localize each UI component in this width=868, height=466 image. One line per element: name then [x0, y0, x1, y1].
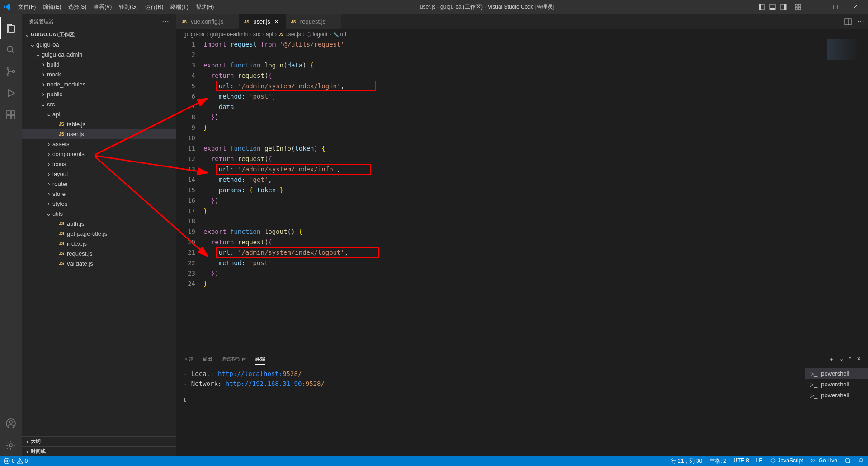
- menu-item[interactable]: 编辑(E): [39, 1, 65, 13]
- breadcrumb[interactable]: guigu-oa›guigu-oa-admin›src›api›JSuser.j…: [176, 29, 868, 39]
- panel-tab[interactable]: 问题: [184, 354, 193, 365]
- toggle-panel-right-icon[interactable]: [778, 2, 788, 12]
- breadcrumb-item[interactable]: url: [340, 31, 346, 38]
- tab-label: request.js: [300, 18, 326, 25]
- terminal-instance[interactable]: ▷_powershell: [805, 390, 868, 400]
- minimap[interactable]: [827, 39, 868, 352]
- svg-rect-1: [759, 4, 761, 10]
- folder-item[interactable]: ›assets: [22, 139, 176, 149]
- panel-tab[interactable]: 终端: [255, 354, 265, 365]
- close-tab-icon[interactable]: ✕: [273, 18, 280, 25]
- editor-tab[interactable]: JSuser.js✕: [239, 14, 286, 29]
- menu-item[interactable]: 转到(G): [115, 1, 141, 13]
- toggle-panel-bottom-icon[interactable]: [768, 2, 778, 12]
- js-file-icon: JS: [58, 240, 65, 247]
- new-terminal-icon[interactable]: ＋: [829, 356, 834, 363]
- breadcrumb-item[interactable]: user.js: [285, 31, 301, 38]
- breadcrumb-item[interactable]: logout: [313, 31, 328, 38]
- customize-layout-icon[interactable]: [793, 2, 803, 12]
- tree-item-label: request.js: [67, 250, 92, 257]
- editor-tab[interactable]: JSrequest.js✕: [286, 14, 341, 29]
- folder-item[interactable]: ›public: [22, 89, 176, 99]
- toggle-panel-left-icon[interactable]: [757, 2, 767, 12]
- menu-item[interactable]: 帮助(H): [192, 1, 218, 13]
- panel-tab[interactable]: 调试控制台: [222, 354, 246, 365]
- file-item[interactable]: JSuser.js: [22, 129, 176, 139]
- tree-item-label: guigu-oa-admin: [42, 51, 82, 58]
- folder-item[interactable]: ›icons: [22, 159, 176, 169]
- maximize-panel-icon[interactable]: ^: [849, 356, 851, 363]
- breadcrumb-item[interactable]: src: [253, 31, 260, 38]
- folder-item[interactable]: ⌄guigu-oa-admin: [22, 49, 176, 59]
- file-item[interactable]: JStable.js: [22, 119, 176, 129]
- breadcrumb-item[interactable]: guigu-oa-admin: [210, 31, 248, 38]
- menu-item[interactable]: 终端(T): [167, 1, 192, 13]
- folder-item[interactable]: ⌄guigu-oa: [22, 39, 176, 49]
- file-item[interactable]: JSget-page-title.js: [22, 228, 176, 238]
- folder-item[interactable]: ›mock: [22, 69, 176, 79]
- more-actions-icon[interactable]: ⋯: [162, 17, 169, 26]
- explorer-icon[interactable]: [0, 17, 22, 39]
- panel-tab[interactable]: 输出: [203, 354, 212, 365]
- indentation[interactable]: 空格: 2: [706, 457, 730, 465]
- notifications-icon[interactable]: [854, 457, 868, 464]
- workspace-root[interactable]: ⌄ GUIGU-OA (工作区): [22, 29, 176, 39]
- more-actions-icon[interactable]: ⋯: [857, 17, 864, 26]
- code-editor[interactable]: 123456789101112131415161718192021222324 …: [176, 39, 868, 352]
- menu-item[interactable]: 选择(S): [65, 1, 90, 13]
- svg-point-21: [9, 421, 12, 423]
- folder-item[interactable]: ›styles: [22, 199, 176, 209]
- maximize-button[interactable]: [826, 0, 844, 14]
- code-content[interactable]: import request from '@/utils/request'exp…: [203, 39, 827, 352]
- eol[interactable]: LF: [753, 457, 766, 464]
- menu-item[interactable]: 文件(F): [14, 1, 39, 13]
- language-mode[interactable]: JavaScript: [766, 457, 807, 464]
- terminal-dropdown-icon[interactable]: ⌄: [840, 356, 844, 363]
- file-item[interactable]: JSrequest.js: [22, 248, 176, 258]
- terminal-instance[interactable]: ▷_powershell: [805, 368, 868, 379]
- js-file-icon: JS: [58, 220, 65, 227]
- minimize-button[interactable]: [807, 0, 825, 14]
- source-control-icon[interactable]: [0, 61, 22, 82]
- go-live[interactable]: Go Live: [807, 457, 841, 464]
- folder-item[interactable]: ›build: [22, 59, 176, 69]
- account-icon[interactable]: [0, 413, 22, 434]
- activity-bar: [0, 14, 22, 456]
- menu-item[interactable]: 运行(R): [142, 1, 167, 13]
- terminal-instance[interactable]: ▷_powershell: [805, 379, 868, 390]
- tree-item-label: get-page-title.js: [67, 230, 107, 237]
- sidebar-section[interactable]: ›大纲: [22, 436, 176, 446]
- folder-item[interactable]: ⌄utils: [22, 209, 176, 219]
- file-item[interactable]: JSindex.js: [22, 238, 176, 248]
- file-item[interactable]: JSvalidate.js: [22, 258, 176, 268]
- sidebar-section[interactable]: ›时间线: [22, 446, 176, 456]
- file-item[interactable]: JSauth.js: [22, 219, 176, 228]
- problems-status[interactable]: 0 0: [0, 456, 31, 466]
- breadcrumb-item[interactable]: api: [266, 31, 273, 38]
- chevron-right-icon: ›: [40, 61, 47, 68]
- feedback-icon[interactable]: [841, 457, 854, 464]
- cursor-position[interactable]: 行 21，列 30: [667, 457, 706, 465]
- encoding[interactable]: UTF-8: [730, 457, 753, 464]
- folder-item[interactable]: ⌄api: [22, 109, 176, 119]
- close-button[interactable]: [846, 0, 864, 14]
- folder-item[interactable]: ›node_modules: [22, 79, 176, 89]
- split-editor-icon[interactable]: [844, 18, 852, 25]
- folder-item[interactable]: ›store: [22, 189, 176, 199]
- settings-gear-icon[interactable]: [0, 434, 22, 456]
- editor-tab[interactable]: JSvue.config.js✕: [176, 14, 239, 29]
- breadcrumb-item[interactable]: guigu-oa: [184, 31, 205, 38]
- run-debug-icon[interactable]: [0, 82, 22, 104]
- menu-item[interactable]: 查看(V): [90, 1, 115, 13]
- folder-item[interactable]: ›router: [22, 179, 176, 189]
- terminal-output[interactable]: - Local: http://localhost:9528/ - Networ…: [176, 366, 805, 456]
- close-panel-icon[interactable]: ✕: [857, 356, 861, 363]
- folder-item[interactable]: ›components: [22, 149, 176, 159]
- js-file-icon: JS: [58, 230, 65, 237]
- tree-item-label: public: [47, 91, 62, 98]
- search-icon[interactable]: [0, 39, 22, 61]
- folder-item[interactable]: ›layout: [22, 169, 176, 179]
- editor-area: JSvue.config.js✕JSuser.js✕JSrequest.js✕ …: [176, 14, 868, 456]
- folder-item[interactable]: ⌄src: [22, 99, 176, 109]
- extensions-icon[interactable]: [0, 104, 22, 126]
